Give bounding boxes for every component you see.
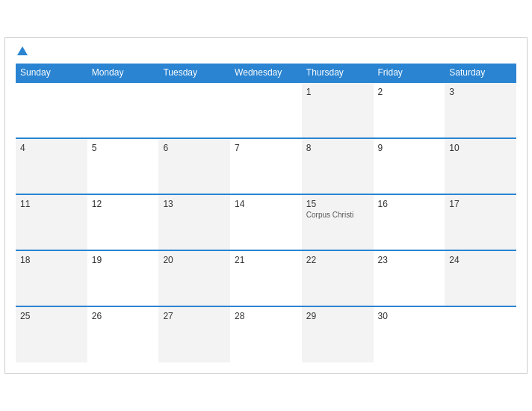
weekday-header-monday: Monday [87, 64, 159, 82]
day-number: 18 [20, 255, 83, 265]
calendar-cell: 3 [445, 82, 516, 138]
calendar-cell: 23 [374, 250, 445, 306]
day-number: 2 [378, 87, 441, 97]
weekday-header-thursday: Thursday [302, 64, 374, 82]
calendar-week-row: 252627282930 [16, 306, 516, 362]
day-number: 6 [163, 143, 226, 153]
calendar-cell: 25 [16, 306, 87, 362]
calendar-cell: 18 [16, 250, 87, 306]
day-number: 17 [449, 199, 512, 209]
calendar-week-row: 123 [16, 82, 516, 138]
calendar-cell: 12 [87, 194, 159, 250]
day-number: 16 [378, 199, 441, 209]
day-number: 27 [163, 311, 226, 321]
day-number: 25 [20, 311, 83, 321]
calendar-table: SundayMondayTuesdayWednesdayThursdayFrid… [16, 64, 516, 362]
calendar-cell [87, 82, 159, 138]
calendar-cell: 9 [374, 138, 445, 194]
day-number: 11 [20, 199, 83, 209]
calendar-cell: 21 [230, 250, 302, 306]
day-number: 14 [235, 199, 297, 209]
weekday-header-row: SundayMondayTuesdayWednesdayThursdayFrid… [16, 64, 516, 82]
calendar-week-row: 45678910 [16, 138, 516, 194]
calendar-container: SundayMondayTuesdayWednesdayThursdayFrid… [4, 37, 528, 374]
calendar-cell: 15Corpus Christi [302, 194, 374, 250]
day-number: 29 [306, 311, 369, 321]
calendar-cell: 6 [158, 138, 230, 194]
calendar-cell: 28 [230, 306, 302, 362]
day-number: 22 [306, 255, 369, 265]
logo [16, 47, 28, 56]
day-number: 7 [235, 143, 297, 153]
weekday-header-friday: Friday [374, 64, 445, 82]
calendar-cell: 5 [87, 138, 159, 194]
day-number: 3 [449, 87, 512, 97]
calendar-week-row: 18192021222324 [16, 250, 516, 306]
calendar-cell: 22 [302, 250, 374, 306]
day-number: 5 [92, 143, 155, 153]
day-number: 21 [235, 255, 297, 265]
calendar-cell: 27 [158, 306, 230, 362]
calendar-cell: 4 [16, 138, 87, 194]
day-number: 28 [235, 311, 297, 321]
day-number: 19 [92, 255, 155, 265]
calendar-cell: 10 [445, 138, 516, 194]
calendar-cell: 14 [230, 194, 302, 250]
day-number: 1 [306, 87, 369, 97]
logo-triangle-icon [17, 46, 28, 55]
weekday-header-tuesday: Tuesday [158, 64, 230, 82]
day-number: 30 [378, 311, 441, 321]
weekday-header-sunday: Sunday [16, 64, 87, 82]
calendar-cell: 26 [87, 306, 159, 362]
day-number: 15 [306, 199, 369, 209]
day-number: 10 [449, 143, 512, 153]
calendar-cell: 13 [158, 194, 230, 250]
weekday-header-wednesday: Wednesday [230, 64, 302, 82]
calendar-cell: 19 [87, 250, 159, 306]
day-number: 13 [163, 199, 226, 209]
calendar-week-row: 1112131415Corpus Christi1617 [16, 194, 516, 250]
day-number: 9 [378, 143, 441, 153]
day-event: Corpus Christi [306, 211, 369, 219]
day-number: 23 [378, 255, 441, 265]
calendar-cell [445, 306, 516, 362]
calendar-cell: 20 [158, 250, 230, 306]
calendar-cell [16, 82, 87, 138]
calendar-cell: 24 [445, 250, 516, 306]
calendar-cell: 2 [374, 82, 445, 138]
day-number: 24 [449, 255, 512, 265]
day-number: 20 [163, 255, 226, 265]
calendar-header [16, 47, 516, 56]
calendar-thead: SundayMondayTuesdayWednesdayThursdayFrid… [16, 64, 516, 82]
calendar-cell: 11 [16, 194, 87, 250]
calendar-cell: 17 [445, 194, 516, 250]
calendar-cell [230, 82, 302, 138]
calendar-cell: 8 [302, 138, 374, 194]
calendar-cell: 30 [374, 306, 445, 362]
calendar-cell: 7 [230, 138, 302, 194]
day-number: 4 [20, 143, 83, 153]
calendar-cell [158, 82, 230, 138]
calendar-cell: 1 [302, 82, 374, 138]
calendar-cell: 16 [374, 194, 445, 250]
day-number: 8 [306, 143, 369, 153]
calendar-cell: 29 [302, 306, 374, 362]
day-number: 26 [92, 311, 155, 321]
weekday-header-saturday: Saturday [445, 64, 516, 82]
calendar-body: 123456789101112131415Corpus Christi16171… [16, 82, 516, 362]
day-number: 12 [92, 199, 155, 209]
